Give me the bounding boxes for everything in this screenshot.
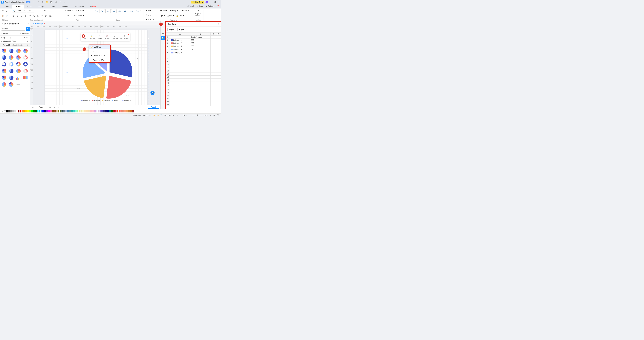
format-painter-icon[interactable]: 🖌 [6,9,9,13]
color-swatch[interactable] [33,110,35,112]
increase-font-icon[interactable]: A↑ [35,9,38,13]
font-color-icon[interactable]: A▾ [53,14,56,18]
dd-export-xlsx[interactable]: ↗ Export to XLSX [89,54,110,58]
position-button[interactable]: ⬚ Position▾ [156,9,168,12]
chat-bubble-icon[interactable]: 💬 [150,91,154,95]
fullscreen-icon[interactable]: ⛶ [216,114,220,116]
pie-thumb[interactable] [8,68,14,74]
superscript-icon[interactable]: X² [28,14,32,18]
shadow-button[interactable]: ▣ Shadow ▾ [145,18,154,21]
pie-thumb[interactable] [22,48,28,54]
pin-icon[interactable]: 📌 [128,34,130,36]
color-swatch[interactable] [40,110,42,112]
new-tab-icon[interactable]: + [47,23,48,25]
color-swatch[interactable] [65,110,67,112]
plus-swatch-icon[interactable]: ⊕ [2,110,3,112]
color-swatch[interactable] [6,110,8,112]
text-tool[interactable]: T Text [64,14,71,17]
highlight-icon[interactable]: ab▾ [48,14,52,18]
bar-thumb[interactable] [22,75,28,81]
color-swatch[interactable] [100,110,101,112]
color-swatch[interactable] [12,110,14,112]
publish-button[interactable]: ✈ Publish [186,5,195,8]
donut-thumb[interactable] [22,55,28,61]
pie-thumb[interactable] [1,55,7,61]
color-swatch[interactable] [80,110,82,112]
style-preset-6[interactable]: Abc [123,9,128,13]
pie-thumb[interactable] [1,68,7,74]
cut-icon[interactable]: ✂ [2,9,5,13]
bar-thumb[interactable] [16,75,21,81]
donut-thumb[interactable] [22,61,28,67]
resize-handle[interactable] [66,72,68,73]
select-tool[interactable]: ⬉ Select ▾ [64,9,74,12]
options-button[interactable]: ⚙ Options [205,5,215,8]
pie-thumb[interactable] [1,48,7,54]
focus-button[interactable]: ⛶ Focus [180,114,188,116]
color-swatch[interactable] [103,110,105,112]
style-preset-8[interactable]: Abc [135,9,140,13]
page-name-label[interactable]: Page-1 [148,106,159,109]
share-button[interactable]: ∝ Share [196,5,204,8]
resize-handle[interactable] [66,38,68,39]
color-swatch[interactable] [25,110,27,112]
color-swatch[interactable] [107,110,109,112]
color-swatch[interactable] [117,110,118,112]
pie-thumb[interactable] [8,82,14,87]
import-button[interactable]: Import [168,28,176,31]
color-swatch[interactable] [130,110,132,112]
color-swatch[interactable] [42,110,44,112]
color-swatch[interactable] [18,110,20,112]
subscript-icon[interactable]: X₂ [32,14,36,18]
expand-panel-icon[interactable]: » [161,27,165,31]
bold-icon[interactable]: B [12,14,15,18]
color-swatch[interactable] [52,110,54,112]
chart-panel-icon[interactable]: 📊 [161,36,165,40]
style-preset-7[interactable]: Abc [129,9,134,13]
color-swatch[interactable] [75,110,76,112]
case-icon[interactable]: T▾ [36,14,40,18]
color-swatch[interactable] [90,110,92,112]
color-swatch[interactable] [35,110,36,112]
color-swatch[interactable] [8,110,10,112]
color-swatch[interactable] [128,110,130,112]
color-swatch[interactable] [48,110,50,112]
color-swatch[interactable] [118,110,120,112]
style-preset-4[interactable]: Abc [111,9,116,13]
replace-shape-button[interactable]: ⟲ Replace Shape [195,9,202,17]
color-swatch[interactable] [29,110,31,112]
pie-thumb[interactable] [8,55,14,61]
data-table[interactable]: ABCD1Sector's value2Category 12203Catego… [166,32,221,109]
more-symbols-title[interactable]: More Symbols▾ [4,23,28,25]
color-swatch[interactable] [115,110,116,112]
bar-thumb[interactable] [16,82,21,87]
color-swatch[interactable] [58,110,60,112]
next-page-icon[interactable]: ▶ [53,106,56,109]
paste-icon[interactable]: 📄 [6,14,9,18]
color-swatch[interactable] [122,110,124,112]
pie-thumb[interactable] [8,48,14,54]
color-swatch[interactable] [22,110,23,112]
new-icon[interactable]: ⊞ [41,0,44,4]
export-button[interactable]: Export [178,28,186,31]
style-preset-3[interactable]: Abc [106,9,111,13]
tab-view[interactable]: View [48,5,58,9]
zoom-slider[interactable] [192,115,204,115]
donut-thumb[interactable] [8,61,14,67]
maximize-icon[interactable]: ❐ [213,0,216,4]
align-button[interactable]: ⊟ Align▾ [156,14,166,17]
print-icon[interactable]: 🖨 [54,0,58,4]
doc-tab-drawing2[interactable]: ▤ Drawing2 • [31,21,47,26]
tab-advanced[interactable]: Advanced [72,5,87,9]
color-swatch[interactable] [102,110,103,112]
pie-section[interactable]: ▾Pie and Doughnut Charts ✕ [0,43,30,47]
font-size-select[interactable]: 10 ▾ [27,9,34,13]
help-icon[interactable]: ? [216,5,220,8]
style-preset-5[interactable]: Abc [117,9,122,13]
color-swatch[interactable] [20,110,21,112]
my-library-section[interactable]: ▸My Library ⊕ + ✕ [0,36,30,39]
color-swatch[interactable] [113,110,114,112]
redo-icon[interactable]: ↷ [36,0,40,4]
page-list-icon[interactable]: ▤ [32,106,34,109]
color-swatch[interactable] [98,110,100,112]
